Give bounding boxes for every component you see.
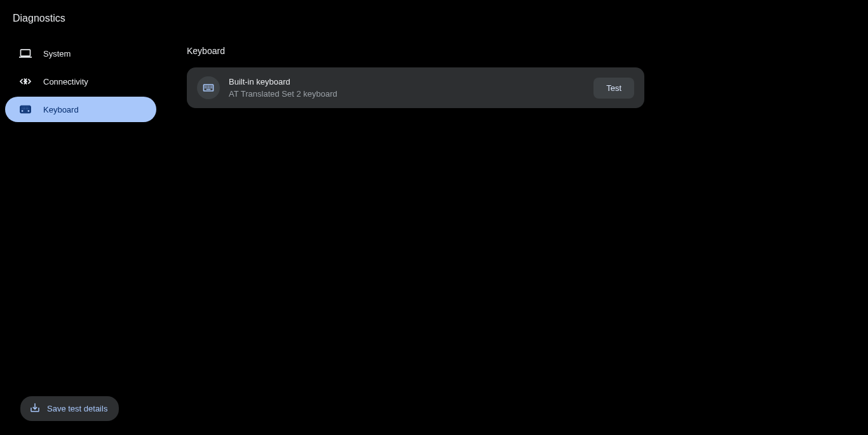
app-header: Diagnostics [0,0,868,33]
keyboard-device-card: Built-in keyboard AT Translated Set 2 ke… [187,67,644,108]
section-title: Keyboard [187,46,843,56]
sidebar-item-label: Keyboard [43,105,79,114]
sidebar: System Connectivity [0,33,161,434]
card-body: Built-in keyboard AT Translated Set 2 ke… [229,77,593,99]
test-button[interactable]: Test [593,78,634,99]
save-test-details-button[interactable]: Save test details [20,396,119,421]
laptop-icon [19,47,32,60]
keyboard-icon [19,103,32,116]
main-content: Keyboard Built-in keyboard AT Translated… [161,33,868,434]
device-subtitle: AT Translated Set 2 keyboard [229,89,593,99]
device-title: Built-in keyboard [229,77,593,86]
sidebar-item-label: Connectivity [43,77,88,86]
sidebar-item-label: System [43,49,71,59]
svg-point-0 [25,81,26,82]
sidebar-item-connectivity[interactable]: Connectivity [5,69,156,94]
download-icon [29,402,41,415]
app-title: Diagnostics [13,13,868,24]
sidebar-item-keyboard[interactable]: Keyboard [5,97,156,122]
keyboard-icon [197,76,220,99]
save-button-label: Save test details [47,404,107,413]
sidebar-item-system[interactable]: System [5,41,156,66]
connectivity-icon [19,75,32,88]
